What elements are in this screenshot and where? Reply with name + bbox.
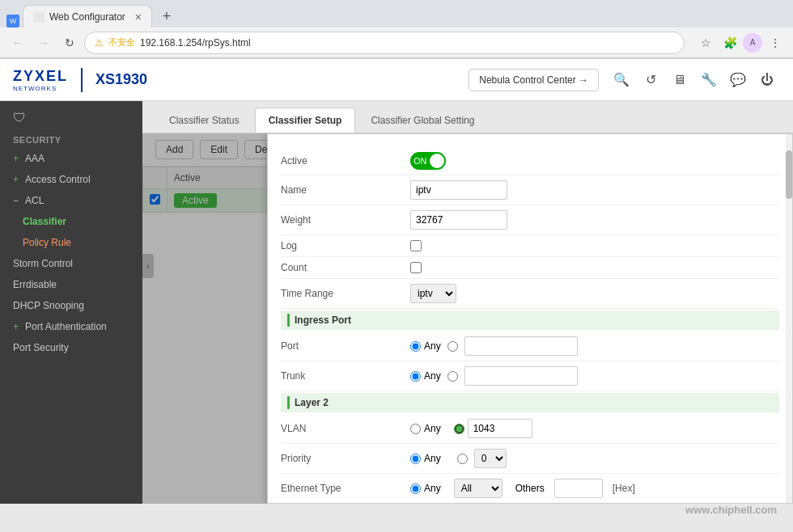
port-other-input[interactable] xyxy=(464,336,578,356)
priority-label: Priority xyxy=(281,453,410,464)
logo-area: ZYXEL NETWORKS XS1930 xyxy=(13,68,147,92)
trunk-any-label: Any xyxy=(424,370,441,382)
trunk-any-option[interactable]: Any xyxy=(410,370,441,382)
back-btn[interactable]: ← xyxy=(6,32,29,54)
profile-btn[interactable]: A xyxy=(743,33,762,53)
address-bar[interactable]: ⚠ 不安全 192.168.1.254/rpSys.html xyxy=(84,32,685,54)
weight-input[interactable] xyxy=(410,210,507,230)
ethernet-type-select[interactable]: AllIPv4IPv6ARP xyxy=(454,479,503,498)
count-checkbox[interactable] xyxy=(410,262,422,273)
forward-btn[interactable]: → xyxy=(32,32,55,54)
sidebar-item-port-security[interactable]: Port Security xyxy=(0,337,142,358)
secure-warning-icon: ⚠ xyxy=(95,37,104,49)
priority-any-option[interactable]: Any xyxy=(410,453,441,464)
form-row-count: Count xyxy=(281,257,779,279)
refresh-page-btn[interactable]: ↺ xyxy=(638,67,664,93)
ethernet-others-input[interactable] xyxy=(554,479,603,498)
name-label: Name xyxy=(281,184,410,196)
vlan-other-radio[interactable] xyxy=(454,424,464,434)
priority-other-radio[interactable] xyxy=(457,454,468,464)
extensions-btn[interactable]: 🧩 xyxy=(719,32,741,54)
form-row-ethernet-type: Ethernet Type Any AllIPv4IPv6ARP Others xyxy=(281,474,779,504)
browser-tab[interactable]: Web Configurator × xyxy=(23,5,152,27)
new-tab-btn[interactable]: + xyxy=(155,5,178,27)
tab-classifier-setup[interactable]: Classifier Setup xyxy=(255,108,356,133)
port-any-radio[interactable] xyxy=(410,341,421,352)
sidebar-label-acl: ACL xyxy=(25,195,44,206)
layer2-section: Layer 2 xyxy=(281,393,779,412)
watermark: www.chiphell.com xyxy=(685,504,777,516)
trunk-any-radio[interactable] xyxy=(410,371,421,382)
logout-btn[interactable]: ⏻ xyxy=(754,67,780,93)
sidebar-item-errdisable[interactable]: Errdisable xyxy=(0,274,142,295)
vlan-other-option[interactable] xyxy=(454,419,532,438)
chat-btn[interactable]: 💬 xyxy=(725,67,751,93)
layer2-title: Layer 2 xyxy=(295,397,329,408)
port-other-radio[interactable] xyxy=(447,341,458,352)
sidebar-item-aaa[interactable]: + AAA xyxy=(0,148,142,169)
active-toggle[interactable]: ON xyxy=(410,152,446,170)
tab-classifier-status[interactable]: Classifier Status xyxy=(155,108,253,133)
log-checkbox[interactable] xyxy=(410,240,422,251)
sidebar-label-storm-control: Storm Control xyxy=(13,258,73,269)
tab-bar: W Web Configurator × + xyxy=(0,0,793,27)
search-btn[interactable]: 🔍 xyxy=(609,67,634,93)
sidebar-item-port-authentication[interactable]: + Port Authentication xyxy=(0,316,142,337)
plus-icon-port-auth: + xyxy=(13,321,19,332)
vlan-any-option[interactable]: Any xyxy=(410,423,441,434)
sidebar-item-acl[interactable]: − ACL xyxy=(0,190,142,211)
priority-select[interactable]: 01234567 xyxy=(474,449,507,468)
menu-btn[interactable]: ⋮ xyxy=(764,32,787,54)
priority-control: Any 01234567 xyxy=(410,449,779,468)
vlan-value-input[interactable] xyxy=(468,419,532,438)
active-control: ON xyxy=(410,152,779,170)
table-container: Add Edit Delete Move Active Name Weight … xyxy=(142,133,793,504)
tab-bar-content: Classifier Status Classifier Setup Class… xyxy=(142,101,793,133)
tab-classifier-global-setting[interactable]: Classifier Global Setting xyxy=(357,108,488,133)
toggle-on-label: ON xyxy=(412,156,429,166)
name-input[interactable] xyxy=(410,180,507,200)
vlan-any-radio[interactable] xyxy=(410,424,421,434)
nebula-btn[interactable]: Nebula Control Center → xyxy=(469,69,599,91)
sidebar-item-policy-rule[interactable]: Policy Rule xyxy=(0,232,142,253)
toggle-knob xyxy=(430,154,444,168)
monitor-btn[interactable]: 🖥 xyxy=(667,67,693,93)
ethernet-any-option[interactable]: Any xyxy=(410,483,441,494)
tab-favicon xyxy=(33,11,45,23)
vlan-label: VLAN xyxy=(281,423,410,434)
log-control xyxy=(410,240,779,251)
form-row-weight: Weight xyxy=(281,205,779,235)
time-range-select[interactable]: iptv none xyxy=(410,284,456,303)
content-area: Classifier Status Classifier Setup Class… xyxy=(142,101,793,504)
priority-any-radio[interactable] xyxy=(410,454,421,464)
wrench-btn[interactable]: 🔧 xyxy=(696,67,722,93)
port-any-option[interactable]: Any xyxy=(410,340,441,352)
star-btn[interactable]: ☆ xyxy=(694,32,717,54)
count-control xyxy=(410,262,779,273)
priority-any-label: Any xyxy=(424,453,441,464)
scrollbar-track[interactable] xyxy=(786,134,792,503)
sidebar-item-classifier[interactable]: Classifier xyxy=(0,211,142,232)
logo: ZYXEL NETWORKS xyxy=(13,68,68,92)
header-icon-btns: 🔍 ↺ 🖥 🔧 💬 ⏻ xyxy=(609,67,780,93)
ethernet-type-control: Any AllIPv4IPv6ARP Others [Hex] xyxy=(410,479,779,498)
tab-title: Web Configurator xyxy=(49,11,125,23)
sidebar-item-storm-control[interactable]: Storm Control xyxy=(0,253,142,274)
refresh-btn[interactable]: ↻ xyxy=(58,32,81,54)
trunk-other-input[interactable] xyxy=(464,366,578,386)
scrollbar-thumb[interactable] xyxy=(786,150,792,199)
modal-panel: Active ON Name xyxy=(267,133,793,504)
vlan-control: Any xyxy=(410,419,779,438)
tab-close-btn[interactable]: × xyxy=(135,11,142,23)
form-row-port: Port Any xyxy=(281,331,779,361)
ethernet-any-radio[interactable] xyxy=(410,483,421,494)
sidebar-section-title: SECURITY xyxy=(0,129,142,148)
hex-label: [Hex] xyxy=(613,483,635,494)
sidebar-item-access-control[interactable]: + Access Control xyxy=(0,169,142,190)
trunk-other-radio[interactable] xyxy=(447,371,458,382)
count-label: Count xyxy=(281,262,410,273)
name-control xyxy=(410,180,779,200)
url-text: 192.168.1.254/rpSys.html xyxy=(140,37,251,49)
sidebar-item-dhcp-snooping[interactable]: DHCP Snooping xyxy=(0,295,142,316)
form-row-trunk: Trunk Any xyxy=(281,361,779,391)
